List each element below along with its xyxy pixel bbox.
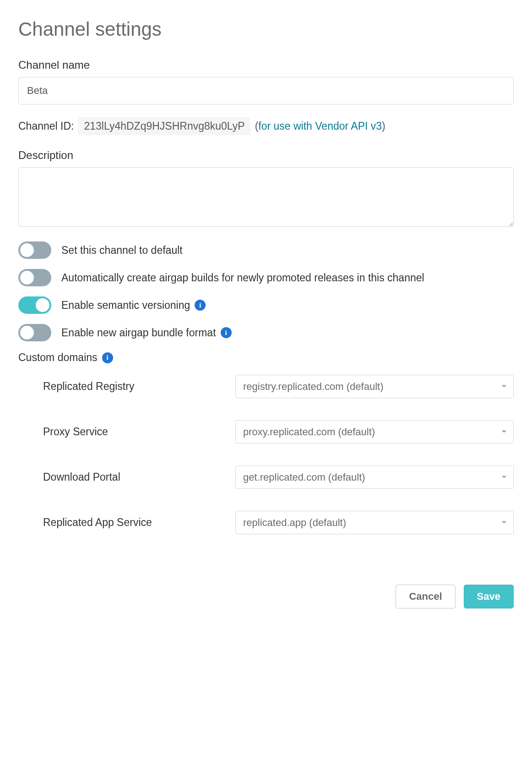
description-group: Description bbox=[18, 149, 514, 229]
channel-id-value: 213lLy4hDZq9HJSHRnvg8ku0LyP bbox=[78, 117, 250, 135]
channel-id-hint: (for use with Vendor API v3) bbox=[255, 120, 385, 132]
toggle-semver-label: Enable semantic versioning i bbox=[61, 296, 514, 312]
domain-select-app-service[interactable]: replicated.app (default) bbox=[235, 511, 514, 534]
domain-label-app-service: Replicated App Service bbox=[43, 516, 235, 529]
toggle-semver[interactable] bbox=[18, 296, 51, 314]
save-button[interactable]: Save bbox=[464, 585, 514, 608]
domain-select-wrap: proxy.replicated.com (default) bbox=[235, 420, 514, 444]
domain-row-download: Download Portal get.replicated.com (defa… bbox=[18, 466, 514, 489]
toggle-airgap-builds[interactable] bbox=[18, 269, 51, 286]
description-label: Description bbox=[18, 149, 514, 162]
toggle-airgap-builds-row: Automatically create airgap builds for n… bbox=[18, 269, 514, 286]
domain-row-proxy: Proxy Service proxy.replicated.com (defa… bbox=[18, 420, 514, 444]
toggle-new-airgap-format-label: Enable new airgap bundle format i bbox=[61, 324, 514, 340]
footer: Cancel Save bbox=[18, 585, 514, 608]
domain-row-app-service: Replicated App Service replicated.app (d… bbox=[18, 511, 514, 534]
info-icon[interactable]: i bbox=[102, 352, 113, 363]
info-icon[interactable]: i bbox=[221, 327, 232, 338]
hint-suffix: ) bbox=[382, 120, 385, 132]
toggle-new-airgap-format[interactable] bbox=[18, 324, 51, 341]
cancel-button[interactable]: Cancel bbox=[396, 585, 455, 608]
channel-name-input[interactable] bbox=[18, 77, 514, 104]
toggle-semver-row: Enable semantic versioning i bbox=[18, 296, 514, 314]
domain-label-proxy: Proxy Service bbox=[43, 426, 235, 438]
vendor-api-link[interactable]: for use with Vendor API v3 bbox=[258, 120, 382, 132]
toggle-default-channel-label: Set this channel to default bbox=[61, 241, 514, 257]
domain-select-registry[interactable]: registry.replicated.com (default) bbox=[235, 375, 514, 398]
toggle-new-airgap-format-row: Enable new airgap bundle format i bbox=[18, 324, 514, 341]
info-icon[interactable]: i bbox=[195, 300, 206, 311]
channel-name-label: Channel name bbox=[18, 59, 514, 71]
domain-select-wrap: replicated.app (default) bbox=[235, 511, 514, 534]
domain-select-download[interactable]: get.replicated.com (default) bbox=[235, 466, 514, 489]
toggle-default-channel-row: Set this channel to default bbox=[18, 241, 514, 259]
domain-select-wrap: registry.replicated.com (default) bbox=[235, 375, 514, 398]
toggle-default-channel[interactable] bbox=[18, 241, 51, 259]
channel-id-label: Channel ID: bbox=[18, 120, 74, 132]
channel-id-row: Channel ID: 213lLy4hDZq9HJSHRnvg8ku0LyP … bbox=[18, 117, 514, 135]
domain-row-registry: Replicated Registry registry.replicated.… bbox=[18, 375, 514, 398]
custom-domains-label: Custom domains i bbox=[18, 351, 514, 364]
description-input[interactable] bbox=[18, 167, 514, 227]
channel-name-group: Channel name bbox=[18, 59, 514, 104]
domain-label-registry: Replicated Registry bbox=[43, 380, 235, 393]
domain-label-download: Download Portal bbox=[43, 471, 235, 483]
page-title: Channel settings bbox=[18, 18, 514, 40]
domain-select-proxy[interactable]: proxy.replicated.com (default) bbox=[235, 420, 514, 444]
domain-select-wrap: get.replicated.com (default) bbox=[235, 466, 514, 489]
toggle-airgap-builds-label: Automatically create airgap builds for n… bbox=[61, 269, 514, 285]
